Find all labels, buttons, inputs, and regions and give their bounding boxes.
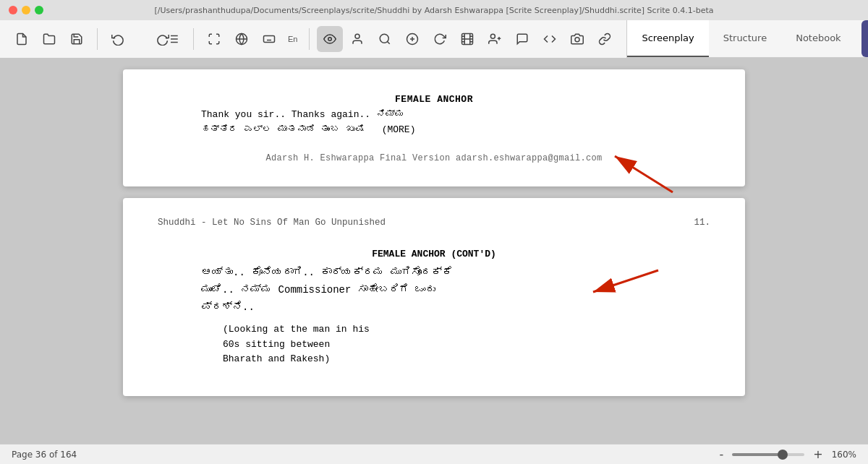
svg-point-15	[355, 34, 359, 38]
sep3	[309, 28, 310, 50]
undo-button[interactable]	[105, 26, 131, 52]
svg-point-32	[575, 38, 579, 42]
tab-screenplay[interactable]: Screenplay	[627, 20, 708, 57]
zoom-controls: - + 160%	[717, 447, 857, 461]
view-tools: En	[198, 26, 305, 52]
dialogue-line1: Thank you sir.. Thanks again.. ನಿಮ್ಮ	[201, 109, 404, 120]
action-line3: Bharath and Rakesh)	[223, 353, 330, 364]
dialogue-top: Thank you sir.. Thanks again.. ನಿಮ್ಮ ಹತ್…	[201, 108, 667, 138]
zoom-slider[interactable]	[732, 453, 804, 456]
fullscreen-button[interactable]	[201, 26, 227, 52]
window-title: [/Users/prashanthudupa/Documents/Screenp…	[154, 6, 713, 15]
character-contd: FEMALE ANCHOR (CONT'D)	[158, 247, 710, 262]
edit-tools	[102, 26, 189, 52]
kannada-line1: ಆಯ್ತು.. ಕೊನೆಯದಾಗಿ.. ಕಾರ್ಯಕ್ರಮ ಮುಗಿಸೋದಕ್ಕ…	[201, 267, 453, 278]
keyboard-button[interactable]	[256, 26, 282, 52]
action-line1: (Looking at the man in his	[223, 324, 370, 335]
svg-line-17	[388, 41, 390, 43]
sep2	[193, 28, 194, 50]
action-text: (Looking at the man in his 60s sitting b…	[223, 322, 645, 367]
dialogue-bottom: ಆಯ್ತು.. ಕೊನೆಯದಾಗಿ.. ಕಾರ್ಯಕ್ರಮ ಮುಗಿಸೋದಕ್ಕ…	[201, 265, 667, 316]
page-info: Page 36 of 164	[12, 450, 77, 460]
teriflix-button[interactable]: t teriflix	[861, 20, 868, 57]
zoom-plus[interactable]: +	[810, 447, 825, 461]
page-card-top: FEMALE ANCHOR Thank you sir.. Thanks aga…	[123, 69, 745, 186]
page-footer: Adarsh H. Eshwarappa Final Version adars…	[158, 152, 710, 166]
close-button[interactable]	[9, 6, 17, 14]
tab-structure[interactable]: Structure	[709, 20, 781, 57]
sep1	[97, 28, 98, 50]
search-button[interactable]	[372, 26, 398, 52]
svg-point-29	[491, 34, 495, 38]
new-button[interactable]	[9, 26, 35, 52]
traffic-lights	[9, 6, 43, 14]
statusbar: Page 36 of 164 - + 160%	[0, 444, 868, 464]
globe-button[interactable]	[229, 26, 255, 52]
page-number: 11.	[694, 215, 710, 230]
action-tools	[314, 26, 621, 52]
user-button[interactable]	[344, 26, 370, 52]
page-header: Shuddhi - Let No Sins Of Man Go Unpunish…	[158, 215, 710, 230]
action-line2: 60s sitting between	[223, 339, 330, 350]
save-button[interactable]	[64, 26, 90, 52]
eye-button[interactable]	[317, 26, 343, 52]
zoom-minus[interactable]: -	[717, 447, 727, 461]
page-card-bottom: Shuddhi - Let No Sins Of Man Go Unpunish…	[123, 198, 745, 397]
screenplay-title: Shuddhi - Let No Sins Of Man Go Unpunish…	[158, 215, 386, 230]
main-content: FEMALE ANCHOR Thank you sir.. Thanks aga…	[0, 58, 868, 444]
titlebar: [/Users/prashanthudupa/Documents/Screenp…	[0, 0, 868, 20]
language-button[interactable]: En	[284, 26, 302, 52]
dialogue-line2: ಹತ್ತಿರ ಎಲ್ಲ ಮಾತನಾಡಿ ತುಂಬ ಖುಷಿ	[201, 124, 365, 135]
zoom-level: 160%	[832, 450, 856, 460]
code-button[interactable]	[537, 26, 563, 52]
add-character-button[interactable]	[482, 26, 508, 52]
camera-button[interactable]	[564, 26, 590, 52]
character-name-top: FEMALE ANCHOR	[158, 93, 710, 108]
redo-button[interactable]	[132, 26, 158, 52]
file-tools	[6, 26, 93, 52]
open-button[interactable]	[36, 26, 62, 52]
minimize-button[interactable]	[22, 6, 30, 14]
more-tag: (MORE)	[382, 124, 416, 135]
chat-button[interactable]	[509, 26, 535, 52]
tab-notebook[interactable]: Notebook	[781, 20, 855, 57]
link-button[interactable]	[592, 26, 618, 52]
film-button[interactable]	[454, 26, 480, 52]
kannada-line2: ಮುಂಚೆ.. ನಮ್ಮ Commissioner ಸಾಹೇಬರಿಗೆ ಒಂದು	[201, 284, 435, 296]
svg-point-16	[380, 34, 389, 43]
svg-rect-8	[264, 36, 275, 43]
refresh-button[interactable]	[427, 26, 453, 52]
svg-point-14	[328, 38, 332, 41]
maximize-button[interactable]	[35, 6, 43, 14]
add-scene-button[interactable]	[399, 26, 425, 52]
kannada-line3: ಪ್ರಶ್ನೆ..	[201, 301, 255, 313]
